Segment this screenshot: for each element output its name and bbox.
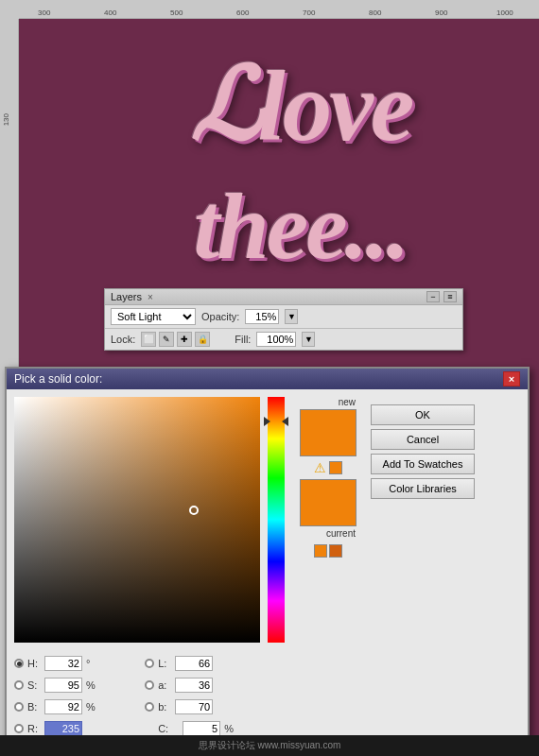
brightness-radio[interactable] [14,702,24,712]
color-sq-1[interactable] [314,544,327,558]
brightness-label: B: [27,701,41,713]
saturation-label: S: [27,679,41,691]
red-radio[interactable] [14,724,24,733]
ruler-num-600: 600 [236,9,249,17]
candy-text-line2: thee... [66,165,534,288]
b-label: b: [158,701,171,713]
lock-image-icon[interactable]: ✎ [159,332,174,347]
ruler-num-1000: 1000 [496,9,513,17]
ruler-num-300: 300 [38,9,50,17]
L-label: L: [158,658,171,669]
color-picker-dialog: Pick a solid color: × new ⚠ current [5,367,530,756]
lock-icons-group: ⬜ ✎ ✚ 🔒 [141,332,210,347]
layers-lock-toolbar: Lock: ⬜ ✎ ✚ 🔒 Fill: ▼ [105,329,462,350]
bottom-strip: 思界设计论坛 www.missyuan.com [0,735,539,756]
ruler-num-700: 700 [303,9,315,17]
hue-label: H: [27,658,41,669]
brightness-input[interactable] [44,699,82,714]
saturation-radio[interactable] [14,680,24,690]
color-picker-title: Pick a solid color: [14,372,102,386]
hue-slider [268,397,285,643]
layers-close-button[interactable]: × [148,292,153,302]
saturation-input[interactable] [44,678,82,693]
current-color-label: current [326,528,356,539]
fill-arrow-button[interactable]: ▼ [302,332,315,347]
b-input[interactable] [175,699,213,714]
gradient-inner [14,397,260,643]
ruler-num-left-130: 130 [2,113,10,126]
lock-transparent-icon[interactable]: ⬜ [141,332,156,347]
L-input[interactable] [175,656,213,671]
hue-input[interactable] [44,656,82,671]
fill-label: Fill: [235,334,251,345]
a-label: a: [158,679,171,691]
lock-label: Lock: [111,334,135,345]
hue-arrow-left [264,417,270,426]
warning-icon[interactable]: ⚠ [314,460,326,475]
layers-minimize-button[interactable]: − [426,291,440,302]
L-radio[interactable] [145,659,154,668]
ruler-corner [0,0,19,19]
brightness-unit: % [86,701,97,713]
current-color-swatch[interactable] [300,479,356,526]
gradient-cursor [189,506,199,515]
C-input[interactable] [183,721,220,736]
opacity-input[interactable] [245,309,279,324]
color-sq-2[interactable] [329,544,342,558]
watermark-text: 思界设计论坛 www.missyuan.com [199,739,341,752]
color-picker-body: new ⚠ current OK Cancel Add To Swatches … [7,389,528,650]
C-unit: % [224,723,235,734]
layers-blend-toolbar: Soft Light Opacity: ▼ [105,305,462,329]
web-safe-color-swatch[interactable] [329,461,342,474]
cp-right-buttons: OK Cancel Add To Swatches Color Librarie… [371,397,475,643]
lock-move-icon[interactable]: ✚ [177,332,192,347]
opacity-arrow-button[interactable]: ▼ [285,309,298,324]
color-preview-section: new ⚠ current [292,397,363,643]
opacity-label: Opacity: [201,311,239,322]
color-picker-close-button[interactable]: × [503,371,520,387]
hue-radio[interactable] [14,659,24,668]
ruler-num-800: 800 [369,9,381,17]
blend-mode-select[interactable]: Soft Light [111,308,196,325]
layers-title: Layers [111,291,142,302]
lock-all-icon[interactable]: 🔒 [195,332,210,347]
hue-slider-container[interactable] [268,397,285,643]
hue-arrow-right [282,417,288,426]
layers-panel: Layers × − ≡ Soft Light Opacity: ▼ Lock:… [104,288,463,351]
red-input[interactable] [44,721,82,736]
ruler-top: 300 400 500 600 700 800 900 1000 [19,0,539,19]
color-gradient-square[interactable] [14,397,260,643]
saturation-unit: % [86,679,97,691]
color-picker-titlebar: Pick a solid color: × [7,369,528,389]
layers-menu-button[interactable]: ≡ [443,291,457,302]
color-libraries-button[interactable]: Color Libraries [371,478,475,499]
new-color-label: new [339,397,356,407]
candy-text-line1: ℒlove [66,33,534,180]
ok-button[interactable]: OK [371,404,475,425]
new-color-swatch[interactable] [300,409,356,456]
ruler-num-900: 900 [435,9,447,17]
add-to-swatches-button[interactable]: Add To Swatches [371,454,475,474]
a-radio[interactable] [145,680,154,690]
b-radio[interactable] [145,702,154,712]
hue-unit: ° [86,658,97,669]
C-label: C: [158,723,179,734]
ruler-num-500: 500 [170,9,183,17]
layers-titlebar: Layers × − ≡ [105,289,462,305]
ruler-num-400: 400 [104,9,116,17]
cancel-button[interactable]: Cancel [371,429,475,450]
red-label: R: [27,723,41,734]
a-input[interactable] [175,678,213,693]
fill-input[interactable] [256,332,296,347]
